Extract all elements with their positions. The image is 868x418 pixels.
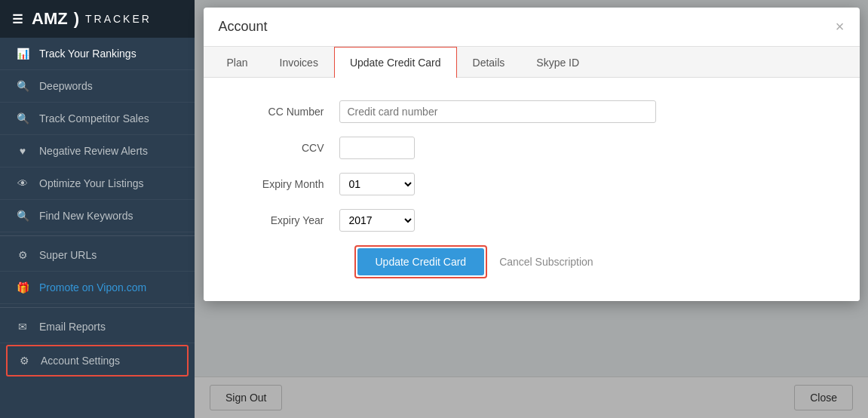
search-icon-2: 🔍 [15, 112, 30, 124]
sidebar-item-label: Email Reports [39, 321, 106, 333]
heart-icon: ♥ [15, 145, 30, 157]
sidebar-item-track-rankings[interactable]: 📊 Track Your Rankings [0, 38, 195, 70]
eye-icon: 👁 [15, 177, 30, 189]
modal-title: Account [219, 19, 268, 35]
sidebar-header: ☰ AMZ ) TRACKER [0, 0, 195, 38]
form-buttons-row: Update Credit Card Cancel Subscription [234, 245, 830, 278]
sidebar-item-label: Track Your Rankings [39, 48, 136, 60]
logo-bracket: ) [74, 9, 79, 29]
expiry-month-label: Expiry Month [234, 178, 339, 190]
sidebar-item-negative-review[interactable]: ♥ Negative Review Alerts [0, 135, 195, 168]
nav-divider [0, 235, 195, 236]
sidebar-item-label: Negative Review Alerts [39, 145, 148, 157]
submit-btn-wrapper: Update Credit Card [354, 245, 488, 278]
modal-close-button[interactable]: × [836, 18, 845, 35]
logo-amz: AMZ [32, 9, 68, 29]
account-modal: Account × Plan Invoices Update Credit Ca… [204, 8, 860, 301]
cc-number-label: CC Number [234, 106, 339, 118]
sidebar-item-deepwords[interactable]: 🔍 Deepwords [0, 70, 195, 103]
tab-update-credit-card[interactable]: Update Credit Card [334, 47, 457, 78]
sidebar-item-label: Super URLs [39, 249, 97, 261]
gift-icon: 🎁 [15, 281, 30, 294]
expiry-month-row: Expiry Month 01 02 03 04 05 06 07 08 09 … [234, 173, 830, 195]
cc-number-row: CC Number [234, 100, 830, 123]
sidebar-item-label: Deepwords [39, 80, 93, 92]
ccv-input[interactable] [339, 137, 415, 159]
tab-invoices[interactable]: Invoices [264, 47, 334, 78]
sidebar-item-super-urls[interactable]: ⚙ Super URLs [0, 239, 195, 272]
expiry-year-label: Expiry Year [234, 214, 339, 226]
modal-backdrop: Account × Plan Invoices Update Credit Ca… [195, 0, 868, 418]
search-icon: 🔍 [15, 80, 30, 92]
update-credit-card-button[interactable]: Update Credit Card [357, 248, 485, 275]
tab-details[interactable]: Details [457, 47, 521, 78]
sidebar-item-label: Find New Keywords [39, 210, 133, 222]
hamburger-icon[interactable]: ☰ [12, 12, 23, 26]
modal-body: Plan Invoices Update Credit Card Details… [204, 47, 860, 301]
email-icon: ✉ [15, 321, 30, 333]
sidebar-item-find-keywords[interactable]: 🔍 Find New Keywords [0, 200, 195, 232]
main-content: Account × Plan Invoices Update Credit Ca… [195, 0, 868, 418]
sidebar: ☰ AMZ ) TRACKER 📊 Track Your Rankings 🔍 … [0, 0, 195, 418]
sidebar-nav: 📊 Track Your Rankings 🔍 Deepwords 🔍 Trac… [0, 38, 195, 418]
ccv-row: CCV [234, 137, 830, 159]
tab-plan[interactable]: Plan [211, 47, 264, 78]
tab-content-update-credit-card: CC Number CCV Expiry Month 01 02 03 0 [204, 78, 860, 301]
chart-icon: 📊 [15, 48, 30, 60]
search-icon-3: 🔍 [15, 210, 30, 222]
logo-tracker: TRACKER [85, 13, 152, 25]
ccv-label: CCV [234, 142, 339, 154]
sidebar-item-track-competitor[interactable]: 🔍 Track Competitor Sales [0, 103, 195, 135]
sidebar-item-label: Promote on Vipon.com [39, 281, 146, 294]
settings-icon: ⚙ [17, 355, 32, 367]
sidebar-item-label: Account Settings [41, 355, 120, 367]
tab-skype-id[interactable]: Skype ID [520, 47, 595, 78]
cc-number-input[interactable] [339, 100, 656, 123]
sidebar-item-email-reports[interactable]: ✉ Email Reports [0, 311, 195, 343]
cancel-subscription-link[interactable]: Cancel Subscription [499, 256, 593, 268]
nav-divider-2 [0, 307, 195, 308]
sidebar-item-account-settings[interactable]: ⚙ Account Settings [6, 345, 189, 377]
gear-icon: ⚙ [15, 249, 30, 261]
expiry-month-select[interactable]: 01 02 03 04 05 06 07 08 09 10 11 12 [339, 173, 415, 195]
tab-bar: Plan Invoices Update Credit Card Details… [204, 47, 860, 78]
modal-header: Account × [204, 8, 860, 47]
sidebar-item-label: Optimize Your Listings [39, 177, 144, 189]
sidebar-item-optimize-listings[interactable]: 👁 Optimize Your Listings [0, 168, 195, 200]
expiry-year-select[interactable]: 2017 2018 2019 2020 2021 [339, 209, 415, 232]
expiry-year-row: Expiry Year 2017 2018 2019 2020 2021 [234, 209, 830, 232]
sidebar-item-promote-vipon[interactable]: 🎁 Promote on Vipon.com [0, 272, 195, 304]
sidebar-item-label: Track Competitor Sales [39, 112, 149, 124]
